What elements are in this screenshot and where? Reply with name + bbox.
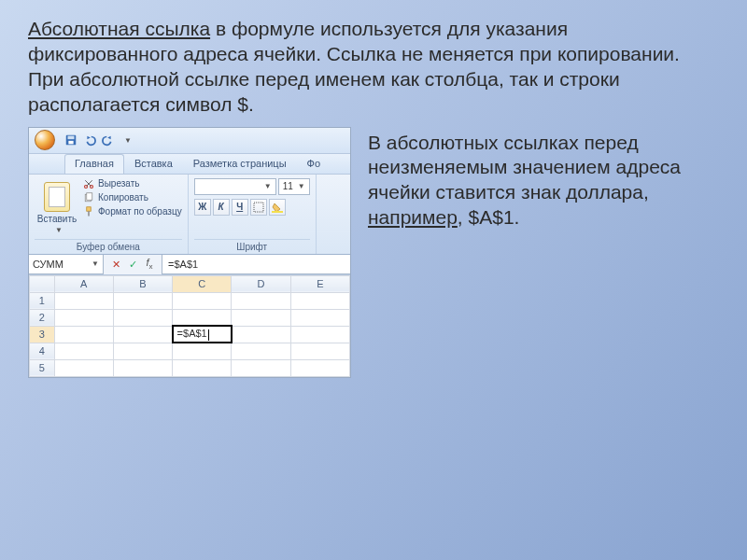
quick-access-toolbar: ▼	[61, 133, 132, 147]
col-header-e[interactable]: E	[290, 275, 349, 292]
svg-rect-10	[272, 211, 283, 213]
copy-icon	[83, 192, 94, 203]
chevron-down-icon: ▼	[92, 259, 99, 268]
col-header-b[interactable]: B	[113, 275, 172, 292]
cell[interactable]	[290, 343, 349, 359]
border-icon	[253, 202, 264, 213]
cell[interactable]	[54, 343, 113, 359]
cell-c3-active[interactable]: =$A$1	[173, 326, 232, 343]
undo-icon[interactable]	[83, 133, 96, 147]
svg-rect-7	[87, 206, 92, 211]
cell[interactable]	[113, 292, 172, 309]
paragraph-1: Абсолютная ссылка в формуле используется…	[28, 17, 719, 118]
font-size-select[interactable]: 11 ▼	[278, 178, 310, 195]
col-header-d[interactable]: D	[232, 275, 290, 292]
cell[interactable]	[54, 309, 113, 326]
col-header-c[interactable]: C	[173, 275, 232, 292]
cell[interactable]	[232, 326, 290, 343]
formula-bar-buttons: ✕ ✓ fx	[104, 255, 162, 274]
underline-button[interactable]: Ч	[232, 199, 248, 216]
cell[interactable]	[173, 343, 232, 359]
formula-input[interactable]: =$A$1	[162, 255, 350, 274]
brush-icon	[83, 206, 94, 217]
col-header-a[interactable]: A	[54, 275, 113, 292]
font-family-select[interactable]: ▼	[194, 178, 276, 195]
cell[interactable]	[232, 292, 290, 309]
svg-rect-9	[254, 203, 263, 212]
office-orb-icon	[35, 130, 55, 150]
paragraph-2-part2: , $А$1.	[458, 206, 520, 228]
cell[interactable]	[290, 326, 349, 343]
cell-c3-value: =$A$1	[177, 328, 207, 339]
tab-insert[interactable]: Вставка	[124, 154, 183, 174]
formula-input-value: =$A$1	[168, 259, 198, 270]
select-all-corner[interactable]	[30, 275, 55, 292]
copy-label: Копировать	[98, 192, 148, 203]
cell[interactable]	[232, 309, 290, 326]
row-header-4[interactable]: 4	[30, 343, 55, 359]
cell[interactable]	[232, 359, 290, 376]
paragraph-2: В абсолютных ссылках перед неизменяемым …	[368, 127, 719, 378]
cell[interactable]	[54, 292, 113, 309]
cancel-formula-button[interactable]: ✕	[107, 259, 124, 271]
tab-home[interactable]: Главная	[64, 154, 124, 174]
svg-rect-2	[68, 141, 73, 145]
svg-rect-8	[88, 211, 90, 216]
copy-button[interactable]: Копировать	[83, 192, 182, 203]
accept-formula-button[interactable]: ✓	[124, 259, 141, 271]
redo-icon[interactable]	[102, 133, 115, 147]
font-size-value: 11	[283, 181, 293, 191]
cell[interactable]	[290, 309, 349, 326]
font-group: ▼ 11 ▼ Ж К Ч	[189, 175, 317, 254]
cell[interactable]	[113, 309, 172, 326]
name-box-value: СУММ	[33, 259, 63, 270]
fill-color-button[interactable]	[269, 199, 286, 216]
cell[interactable]	[290, 359, 349, 376]
row-header-1[interactable]: 1	[30, 292, 55, 309]
name-box[interactable]: СУММ ▼	[29, 255, 104, 274]
cell[interactable]	[173, 309, 232, 326]
cell[interactable]	[113, 326, 172, 343]
text-cursor	[208, 329, 209, 341]
bucket-icon	[272, 202, 283, 213]
row-header-5[interactable]: 5	[30, 359, 55, 376]
paste-label: Вставить	[37, 214, 77, 224]
ribbon: Вставить ▼ Вырезать Копировать	[29, 175, 350, 255]
cell[interactable]	[54, 359, 113, 376]
excel-window: ▼ Главная Вставка Разметка страницы Фо В…	[28, 127, 351, 378]
row-header-2[interactable]: 2	[30, 309, 55, 326]
cell[interactable]	[54, 326, 113, 343]
format-painter-button[interactable]: Формат по образцу	[83, 206, 182, 217]
tab-page-layout[interactable]: Разметка страницы	[183, 154, 297, 174]
cell[interactable]	[113, 359, 172, 376]
cell[interactable]	[173, 359, 232, 376]
term-example: например	[368, 206, 458, 228]
cut-button[interactable]: Вырезать	[83, 178, 182, 189]
row-header-3[interactable]: 3	[30, 326, 55, 343]
cell[interactable]	[173, 292, 232, 309]
scissors-icon	[83, 178, 94, 189]
ribbon-tabs: Главная Вставка Разметка страницы Фо	[29, 154, 350, 175]
insert-function-button[interactable]: fx	[141, 257, 158, 271]
tab-formulas[interactable]: Фо	[297, 154, 331, 174]
format-painter-label: Формат по образцу	[98, 206, 182, 217]
chevron-down-icon: ▼	[298, 182, 305, 190]
border-button[interactable]	[250, 199, 267, 216]
cell[interactable]	[290, 292, 349, 309]
clipboard-group: Вставить ▼ Вырезать Копировать	[29, 175, 189, 254]
cut-label: Вырезать	[98, 178, 139, 189]
qat-dropdown-icon[interactable]: ▼	[124, 136, 132, 145]
term-absolute-reference: Абсолютная ссылка	[28, 18, 210, 39]
title-bar: ▼	[29, 128, 350, 154]
save-icon[interactable]	[64, 133, 78, 147]
cell[interactable]	[113, 343, 172, 359]
svg-rect-6	[87, 192, 92, 200]
bold-button[interactable]: Ж	[194, 199, 211, 216]
worksheet[interactable]: A B C D E 1 2 3 =$A$1 4 5	[29, 275, 350, 377]
office-button[interactable]	[29, 127, 61, 153]
paste-button[interactable]: Вставить ▼	[35, 178, 79, 239]
formula-bar: СУММ ▼ ✕ ✓ fx =$A$1	[29, 255, 350, 275]
paragraph-2-part1: В абсолютных ссылках перед неизменяемым …	[368, 132, 681, 203]
cell[interactable]	[232, 343, 290, 359]
italic-button[interactable]: К	[213, 199, 230, 216]
